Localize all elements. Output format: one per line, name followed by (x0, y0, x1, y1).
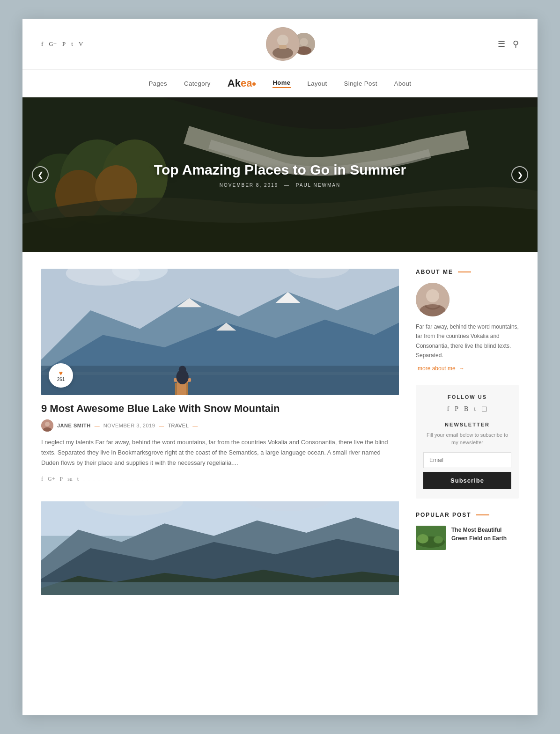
hero-dash: — (284, 183, 292, 188)
popular-title-line (476, 514, 489, 515)
site-header: f G+ P t V (22, 19, 538, 70)
follow-behance-icon[interactable]: B (464, 405, 468, 413)
share-googleplus-icon[interactable]: G+ (48, 476, 55, 483)
post-title-1[interactable]: 9 Most Awesome Blue Lake With Snow Mount… (41, 403, 399, 415)
hero-meta: NOVEMBER 8, 2019 — PAUL NEWMAN (220, 183, 340, 188)
newsletter-desc: Fill your email below to subscribe to my… (423, 431, 511, 447)
svg-rect-19 (41, 366, 399, 395)
header-right-icons: ☰ ⚲ (498, 39, 519, 49)
post-category-1: TRAVEL (168, 423, 189, 428)
svg-rect-23 (175, 383, 177, 395)
svg-rect-24 (186, 383, 188, 395)
svg-point-47 (434, 536, 443, 543)
slider-arrow-left[interactable]: ❮ (32, 166, 49, 183)
share-twitter-icon[interactable]: t (77, 476, 79, 483)
popular-title: POPULAR POST (416, 512, 519, 518)
logo-avatar-main (266, 27, 300, 61)
author-avatar (41, 419, 53, 432)
popular-item-1: The Most Beautiful Green Field on Earth (416, 526, 519, 550)
share-facebook-icon[interactable]: f (41, 476, 43, 483)
popular-thumb-1 (416, 526, 446, 550)
header-social-icons: f G+ P t V (41, 40, 83, 48)
meta-dash-3: — (192, 423, 198, 428)
svg-point-43 (426, 289, 439, 302)
svg-point-6 (300, 38, 308, 46)
hero-overlay: Top Amazing Places to Go in Summer NOVEM… (22, 97, 538, 252)
facebook-icon[interactable]: f (41, 40, 43, 48)
main-content: ♥ 261 9 Most Awesome Blue Lake With Snow… (22, 252, 538, 631)
svg-point-46 (417, 534, 428, 543)
svg-point-1 (273, 47, 293, 59)
svg-point-32 (45, 422, 50, 426)
meta-dash-2: — (159, 423, 164, 428)
popular-post-title-1[interactable]: The Most Beautiful Green Field on Earth (451, 526, 519, 543)
svg-rect-3 (279, 45, 287, 49)
about-text: Far far away, behind the word mountains,… (416, 322, 519, 360)
about-avatar (416, 283, 449, 316)
post-date-1: NOVEMBER 3, 2019 (103, 423, 155, 428)
post-excerpt-1: I neglect my talents Far far away, behin… (41, 437, 399, 468)
search-icon[interactable]: ⚲ (513, 39, 519, 49)
subscribe-button[interactable]: Subscribe (423, 472, 511, 489)
post-author-line: JANE SMITH — NOVEMBER 3, 2019 — TRAVEL — (41, 419, 399, 432)
like-badge[interactable]: ♥ 261 (49, 363, 73, 388)
hero-author: PAUL NEWMAN (296, 183, 340, 188)
site-nav: Pages Category Akea Home Layout Single P… (22, 70, 538, 97)
googleplus-icon[interactable]: G+ (49, 40, 57, 48)
hero-date: NOVEMBER 8, 2019 (220, 183, 278, 188)
share-pinterest-icon[interactable]: P (59, 476, 63, 483)
follow-title: FOLLOW US (423, 394, 511, 400)
vimeo-icon[interactable]: V (79, 40, 83, 48)
slider-arrow-right[interactable]: ❯ (511, 166, 528, 183)
sidebar-popular: POPULAR POST The Most Bea (416, 512, 519, 550)
svg-rect-38 (41, 582, 399, 595)
author-name: JANE SMITH (57, 423, 91, 428)
post-image-lake: ♥ 261 (41, 269, 399, 395)
post-share-icons: f G+ P su t - - - - - - - - - - - - - - (41, 476, 399, 483)
sidebar-about-title: ABOUT ME (416, 269, 519, 275)
svg-point-26 (179, 366, 186, 373)
email-input[interactable] (423, 452, 511, 468)
share-stumbleupon-icon[interactable]: su (67, 476, 73, 483)
follow-facebook-icon[interactable]: f (447, 405, 449, 413)
follow-twitter-icon[interactable]: t (474, 405, 476, 413)
sidebar-title-line (458, 272, 471, 272)
content-left: ♥ 261 9 Most Awesome Blue Lake With Snow… (41, 269, 399, 614)
twitter-icon[interactable]: t (71, 40, 73, 48)
post-card-2 (41, 501, 399, 595)
nav-category[interactable]: Category (184, 80, 211, 87)
nav-about[interactable]: About (394, 80, 411, 87)
like-count: 261 (57, 377, 65, 382)
follow-pinterest-icon[interactable]: P (455, 405, 458, 413)
more-about-link[interactable]: more about me → (416, 365, 519, 372)
nav-single-post[interactable]: Single Post (344, 80, 377, 87)
svg-rect-20 (41, 372, 399, 375)
follow-icons: f P B t ☐ (423, 405, 511, 413)
follow-newsletter-box: FOLLOW US f P B t ☐ NEWSLETTER Fill your… (416, 385, 519, 499)
nav-pages[interactable]: Pages (149, 80, 167, 87)
sidebar-about: ABOUT ME Far far away, behind the word m… (416, 269, 519, 372)
meta-dash-1: — (95, 423, 100, 428)
page-wrapper: f G+ P t V (22, 19, 538, 715)
follow-instagram-icon[interactable]: ☐ (481, 405, 487, 413)
sidebar: ABOUT ME Far far away, behind the word m… (416, 269, 519, 550)
menu-icon[interactable]: ☰ (498, 39, 505, 49)
post-image-2 (41, 501, 399, 595)
share-dots: - - - - - - - - - - - - - - (83, 477, 149, 482)
nav-home[interactable]: Home (273, 79, 290, 88)
nav-logo[interactable]: Akea (228, 77, 256, 89)
post-card-1: ♥ 261 9 Most Awesome Blue Lake With Snow… (41, 269, 399, 483)
hero-title: Top Amazing Places to Go in Summer (154, 162, 406, 178)
svg-point-2 (277, 35, 288, 46)
pinterest-icon[interactable]: P (62, 40, 66, 48)
hero-slider: Top Amazing Places to Go in Summer NOVEM… (22, 97, 538, 252)
heart-icon: ♥ (59, 369, 63, 377)
nav-layout[interactable]: Layout (308, 80, 327, 87)
newsletter-title: NEWSLETTER (423, 422, 511, 427)
popular-item-text: The Most Beautiful Green Field on Earth (451, 526, 519, 543)
